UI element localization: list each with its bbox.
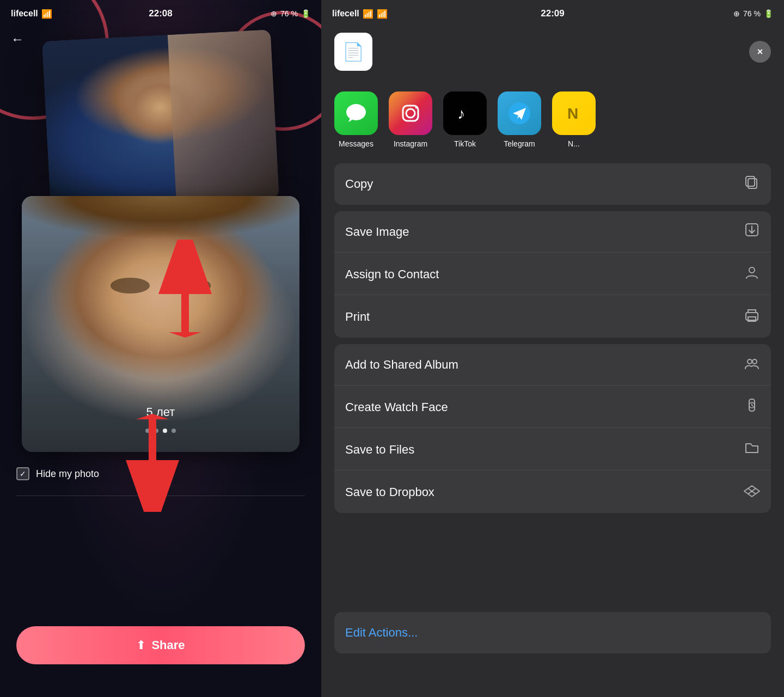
- svg-rect-15: [746, 176, 755, 186]
- svg-point-9: [406, 109, 415, 118]
- messages-label: Messages: [339, 139, 373, 148]
- top-photo-area: [0, 27, 321, 212]
- save-files-label: Save to Files: [345, 443, 414, 457]
- wifi-icon-right: 📶: [377, 9, 388, 19]
- svg-point-10: [415, 106, 418, 109]
- signal-icon-right: 📶: [363, 9, 373, 19]
- app-tiktok[interactable]: ♪ TikTok: [443, 91, 487, 148]
- carrier-left: lifecell: [11, 9, 38, 19]
- svg-line-25: [752, 405, 753, 406]
- dropbox-label: Save to Dropbox: [345, 485, 434, 499]
- tiktok-label: TikTok: [454, 139, 476, 148]
- share-button[interactable]: ⬆ Share: [16, 626, 305, 664]
- svg-point-21: [752, 359, 757, 364]
- copy-icon: [744, 174, 760, 194]
- location-icon-left: ⊕: [271, 9, 277, 18]
- assign-contact-label: Assign to Contact: [345, 267, 439, 282]
- watch-face-label: Create Watch Face: [345, 400, 448, 414]
- svg-text:N: N: [567, 105, 578, 122]
- svg-marker-5: [169, 332, 201, 338]
- shared-album-label: Add to Shared Album: [345, 358, 458, 372]
- watch-face-icon: [744, 397, 760, 417]
- dropbox-icon: [744, 482, 760, 503]
- left-panel: lifecell 📶 22:08 ⊕ 76 % 🔋 ← 5 лет: [0, 0, 321, 697]
- hide-photo-checkbox[interactable]: ✓: [16, 467, 29, 480]
- svg-text:♪: ♪: [457, 105, 465, 122]
- carrier-right: lifecell: [332, 9, 359, 19]
- sheet-doc-icon: 📄: [334, 33, 372, 71]
- right-panel: lifecell 📶 📶 22:09 ⊕ 76 % 🔋 📄 × Messages: [321, 0, 784, 697]
- save-files-icon: [744, 439, 760, 460]
- sheet-close-button[interactable]: ×: [749, 41, 771, 63]
- share-button-label: Share: [151, 638, 185, 652]
- menu-item-assign-contact[interactable]: Assign to Contact: [334, 254, 771, 295]
- menu-item-dropbox[interactable]: Save to Dropbox: [334, 472, 771, 513]
- status-bar-left: lifecell 📶 22:08 ⊕ 76 % 🔋: [0, 0, 321, 27]
- top-photo-card: [42, 29, 279, 210]
- edit-actions-button[interactable]: Edit Actions...: [334, 612, 771, 653]
- battery-icon-right: 🔋: [764, 9, 773, 18]
- status-bar-right: lifecell 📶 📶 22:09 ⊕ 76 % 🔋: [321, 0, 784, 27]
- notes-icon: N: [552, 91, 596, 135]
- telegram-icon: [498, 91, 541, 135]
- apps-row: Messages Instagram ♪ TikTok: [321, 84, 784, 155]
- share-icon: ⬆: [136, 638, 146, 652]
- save-image-icon: [744, 222, 760, 242]
- hide-photo-label: Hide my photo: [36, 468, 99, 480]
- menu-item-print[interactable]: Print: [334, 296, 771, 338]
- menu-list: Copy Save Image: [334, 163, 771, 513]
- edit-actions-label: Edit Actions...: [345, 626, 418, 640]
- app-instagram[interactable]: Instagram: [389, 91, 432, 148]
- battery-icon-left: 🔋: [301, 9, 310, 18]
- copy-label: Copy: [345, 177, 373, 191]
- menu-item-save-image[interactable]: Save Image: [334, 211, 771, 253]
- signal-icon: 📶: [41, 9, 52, 19]
- svg-point-17: [749, 267, 755, 273]
- sheet-header: 📄 ×: [321, 27, 784, 76]
- menu-item-shared-album[interactable]: Add to Shared Album: [334, 344, 771, 386]
- notes-label: N...: [568, 139, 580, 148]
- assign-contact-icon: [744, 264, 760, 284]
- telegram-label: Telegram: [504, 139, 535, 148]
- app-messages[interactable]: Messages: [334, 91, 378, 148]
- time-left: 22:08: [149, 8, 172, 19]
- instagram-label: Instagram: [394, 139, 427, 148]
- tiktok-icon: ♪: [443, 91, 487, 135]
- battery-right: 76 %: [743, 9, 761, 18]
- shared-album-icon: [744, 354, 760, 375]
- svg-point-20: [748, 359, 752, 364]
- battery-left: 76 %: [280, 9, 298, 18]
- svg-rect-14: [748, 179, 757, 188]
- location-icon-right: ⊕: [733, 9, 740, 18]
- menu-item-watch-face[interactable]: Create Watch Face: [334, 387, 771, 428]
- instagram-icon: [389, 91, 432, 135]
- arrow-up: [152, 240, 218, 338]
- print-label: Print: [345, 310, 370, 324]
- app-telegram[interactable]: Telegram: [498, 91, 541, 148]
- menu-item-copy[interactable]: Copy: [334, 163, 771, 205]
- print-icon: [744, 307, 760, 327]
- svg-point-6: [346, 104, 366, 120]
- save-image-label: Save Image: [345, 225, 409, 239]
- time-right: 22:09: [541, 8, 564, 19]
- messages-icon: [334, 91, 378, 135]
- back-button[interactable]: ←: [11, 32, 24, 47]
- arrow-down: [120, 414, 185, 512]
- app-notes[interactable]: N N...: [552, 91, 596, 148]
- svg-marker-2: [136, 414, 169, 419]
- menu-item-save-files[interactable]: Save to Files: [334, 429, 771, 470]
